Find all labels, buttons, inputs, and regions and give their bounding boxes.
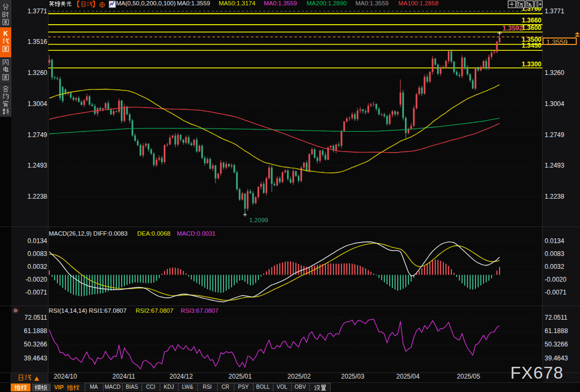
svg-text:K: K — [3, 30, 8, 37]
